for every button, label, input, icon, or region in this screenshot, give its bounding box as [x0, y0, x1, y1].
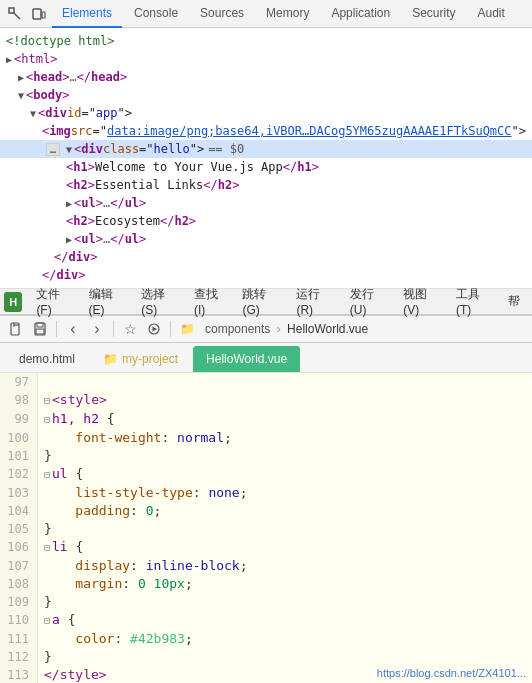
back-icon[interactable]: ‹ — [63, 319, 83, 339]
tab-elements[interactable]: Elements — [52, 0, 122, 28]
dom-line[interactable]: ▶ <html> — [0, 50, 532, 68]
code-line-97: 97 — [0, 373, 532, 391]
menu-run[interactable]: 运行(R) — [288, 289, 341, 315]
dom-line[interactable]: <h2>Essential Links</h2> — [0, 176, 532, 194]
save-icon[interactable] — [30, 319, 50, 339]
code-line-100: 100 font-weight: normal; — [0, 429, 532, 447]
dom-line-selected[interactable]: … ▼ <div class="hello"> == $0 — [0, 140, 532, 158]
code-line-112: 112 } — [0, 648, 532, 666]
breadcrumb-components[interactable]: components — [205, 322, 270, 336]
dom-line[interactable]: <img src="data:image/png;base64,iVBOR…DA… — [0, 122, 532, 140]
inspect-icon[interactable] — [4, 3, 26, 25]
star-icon[interactable]: ☆ — [120, 319, 140, 339]
dom-line[interactable]: </div> — [0, 266, 532, 284]
menu-edit[interactable]: 编辑(E) — [81, 289, 134, 315]
svg-line-1 — [14, 13, 20, 19]
code-line-110: 110 ⊟a { — [0, 611, 532, 630]
new-file-icon[interactable] — [6, 319, 26, 339]
tab-helloworld-vue[interactable]: HelloWorld.vue — [193, 346, 300, 372]
tab-sources[interactable]: Sources — [190, 0, 254, 28]
tab-my-project[interactable]: 📁 my-project — [90, 346, 191, 372]
toolbar-separator-3 — [170, 321, 171, 337]
svg-marker-11 — [153, 327, 158, 332]
hx-editor-toolbar: ‹ › ☆ 📁 components › HelloWorld.vue — [0, 315, 532, 343]
dom-panel: <!doctype html> ▶ <html> ▶ <head>…</head… — [0, 28, 532, 289]
tab-my-project-label: my-project — [122, 352, 178, 366]
dom-line[interactable]: ▶ <ul>…</ul> — [0, 230, 532, 248]
dom-line[interactable]: <h1>Welcome to Your Vue.js App</h1> — [0, 158, 532, 176]
breadcrumb-current[interactable]: HelloWorld.vue — [287, 322, 368, 336]
toolbar-separator — [56, 321, 57, 337]
code-line-105: 105 } — [0, 520, 532, 538]
code-line-104: 104 padding: 0; — [0, 502, 532, 520]
dom-line[interactable]: <!doctype html> — [0, 32, 532, 50]
folder-icon: 📁 — [177, 319, 197, 339]
hx-logo: H — [4, 292, 22, 312]
code-line-102: 102 ⊟ul { — [0, 465, 532, 484]
device-toggle-icon[interactable] — [28, 3, 50, 25]
tab-memory[interactable]: Memory — [256, 0, 319, 28]
dom-line[interactable]: ▼ <div id="app"> — [0, 104, 532, 122]
dom-line[interactable]: ▶ <head>…</head> — [0, 68, 532, 86]
code-line-98: 98 ⊟<style> — [0, 391, 532, 410]
code-line-111: 111 color: #42b983; — [0, 630, 532, 648]
tab-security[interactable]: Security — [402, 0, 465, 28]
folder-tab-icon: 📁 — [103, 352, 118, 366]
code-line-109: 109 } — [0, 593, 532, 611]
code-line-101: 101 } — [0, 447, 532, 465]
menu-select[interactable]: 选择(S) — [133, 289, 186, 315]
menu-find[interactable]: 查找(I) — [186, 289, 234, 315]
menu-tools[interactable]: 工具(T) — [448, 289, 500, 315]
menubar: H 文件(F) 编辑(E) 选择(S) 查找(I) 跳转(G) 运行(R) 发行… — [0, 289, 532, 315]
code-editor: 97 98 ⊟<style> 99 ⊟h1, h2 { 100 font-wei… — [0, 373, 532, 683]
menu-file[interactable]: 文件(F) — [28, 289, 80, 315]
watermark: https://blog.csdn.net/ZX4101... — [377, 667, 526, 679]
tab-console[interactable]: Console — [124, 0, 188, 28]
svg-rect-0 — [9, 8, 14, 13]
tab-audit[interactable]: Audit — [468, 0, 515, 28]
svg-rect-2 — [33, 9, 41, 19]
devtools-toolbar: Elements Console Sources Memory Applicat… — [0, 0, 532, 28]
breadcrumb: components › HelloWorld.vue — [205, 322, 368, 336]
forward-icon[interactable]: › — [87, 319, 107, 339]
run-icon[interactable] — [144, 319, 164, 339]
code-line-107: 107 display: inline-block; — [0, 557, 532, 575]
code-line-108: 108 margin: 0 10px; — [0, 575, 532, 593]
tab-application[interactable]: Application — [321, 0, 400, 28]
dom-line[interactable]: <h2>Ecosystem</h2> — [0, 212, 532, 230]
menu-help[interactable]: 帮 — [500, 289, 528, 315]
toolbar-separator-2 — [113, 321, 114, 337]
editor-tabs: demo.html 📁 my-project HelloWorld.vue — [0, 343, 532, 373]
dom-line[interactable]: ▶ <ul>…</ul> — [0, 194, 532, 212]
code-line-103: 103 list-style-type: none; — [0, 484, 532, 502]
svg-rect-9 — [36, 329, 44, 334]
code-line-99: 99 ⊟h1, h2 { — [0, 410, 532, 429]
svg-rect-3 — [42, 12, 45, 18]
code-line-106: 106 ⊟li { — [0, 538, 532, 557]
menu-publish[interactable]: 发行(U) — [342, 289, 395, 315]
dom-line[interactable]: </div> — [0, 248, 532, 266]
menu-goto[interactable]: 跳转(G) — [234, 289, 288, 315]
menu-view[interactable]: 视图(V) — [395, 289, 448, 315]
dom-line[interactable]: ▼ <body> — [0, 86, 532, 104]
tab-demo-html[interactable]: demo.html — [6, 346, 88, 372]
svg-rect-8 — [37, 323, 43, 327]
